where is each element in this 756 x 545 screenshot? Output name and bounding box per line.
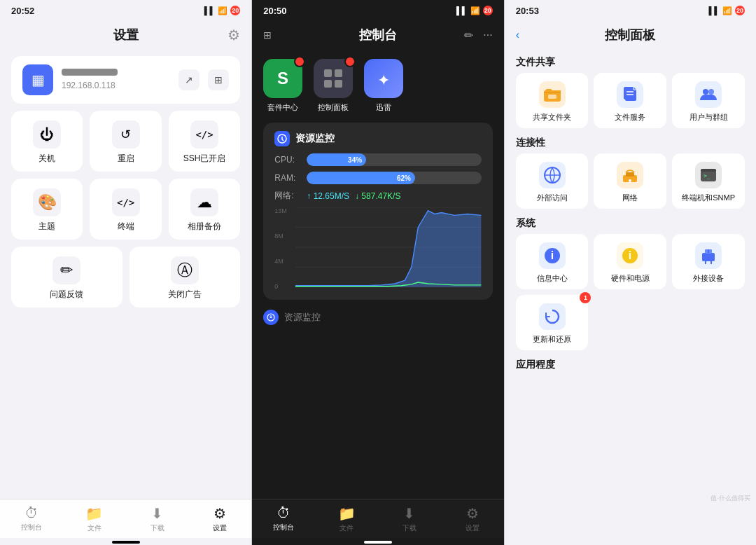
shutdown-item[interactable]: ⏻ 关机 xyxy=(11,111,83,172)
tab-dashboard-p1[interactable]: ⏱ 控制台 xyxy=(0,499,63,538)
close-ads-icon: Ⓐ xyxy=(171,256,199,284)
svg-rect-26 xyxy=(701,169,716,172)
dashboard-panel: 20:50 ▌▌ 📶 20 ⊞ 控制台 ✏ ··· S xyxy=(252,0,503,545)
close-ads-label: 关闭广告 xyxy=(168,289,202,301)
wifi-icon-p3: 📶 xyxy=(722,6,732,15)
tab-settings-p2[interactable]: ⚙ 设置 xyxy=(441,499,504,538)
title-p2: 控制台 xyxy=(359,27,397,43)
info-center-icon: i xyxy=(539,242,566,269)
apps-grid-icon[interactable]: ⊞ xyxy=(263,29,272,41)
control-panel-content: 文件共享 共享文件夹 文件服务 xyxy=(505,50,756,545)
external-device-item[interactable]: 外接设备 xyxy=(672,234,745,289)
terminal-snmp-icon: >_ xyxy=(695,162,722,188)
close-ads-item[interactable]: Ⓐ 关闭广告 xyxy=(130,247,241,308)
ram-label: RAM: xyxy=(274,173,301,183)
ssh-item[interactable]: </> SSH已开启 xyxy=(169,111,240,172)
svg-rect-4 xyxy=(335,80,342,88)
cpu-progress-text: 34% xyxy=(348,156,362,164)
ram-row: RAM: 62% xyxy=(274,172,481,184)
cpu-label: CPU: xyxy=(274,155,301,165)
thunder-icon-bg: ✦ xyxy=(364,59,403,98)
suite-center-badge xyxy=(294,56,305,67)
more-icon-p2[interactable]: ··· xyxy=(483,29,492,42)
chart-y-8m: 8M xyxy=(274,233,287,240)
file-service-item[interactable]: 文件服务 xyxy=(594,73,666,128)
suite-center-svg: S xyxy=(270,66,295,91)
tab-dashboard-p2[interactable]: ⏱ 控制台 xyxy=(252,499,315,538)
app-thunder[interactable]: ✦ 迅雷 xyxy=(364,59,403,113)
settings-tab-icon-p2: ⚙ xyxy=(466,505,479,522)
files-tab-icon-p2: 📁 xyxy=(338,505,356,522)
theme-item[interactable]: 🎨 主题 xyxy=(11,179,83,240)
app-suite-center[interactable]: S 套件中心 xyxy=(263,59,302,113)
home-indicator-p2 xyxy=(364,541,392,544)
empty-slot-2 xyxy=(672,295,745,350)
applications-section: 应用程度 xyxy=(516,359,745,375)
shared-folder-item[interactable]: 共享文件夹 xyxy=(516,73,589,128)
network-chart: 13M 8M 4M 0 xyxy=(274,207,481,291)
info-center-item[interactable]: i 信息中心 xyxy=(516,234,589,289)
feedback-item[interactable]: ✏ 问题反馈 xyxy=(11,247,122,308)
settings-tab-label-p1: 设置 xyxy=(213,523,227,533)
edit-icon-p2[interactable]: ✏ xyxy=(464,29,473,42)
svg-text:i: i xyxy=(629,249,631,261)
network-label: 网络 xyxy=(622,193,638,203)
network-item[interactable]: 网络 xyxy=(594,153,666,209)
grid-row-2: 🎨 主题 </> 终端 ☁ 相册备份 xyxy=(11,179,240,240)
header-p1: 设置 ⚙ xyxy=(0,20,251,50)
photo-backup-item[interactable]: ☁ 相册备份 xyxy=(169,179,240,240)
user-group-icon xyxy=(695,81,722,108)
status-bar-p1: 20:52 ▌▌ 📶 20 xyxy=(0,0,251,20)
ssh-label: SSH已开启 xyxy=(183,153,226,165)
applications-section-label: 应用程度 xyxy=(516,359,745,371)
resource-monitor-icon xyxy=(274,131,290,146)
file-share-grid: 共享文件夹 文件服务 用户与群组 xyxy=(516,73,745,128)
hardware-power-item[interactable]: i 硬件和电源 xyxy=(594,234,666,289)
resource-title-text: 资源监控 xyxy=(295,132,335,145)
dashboard-tab-icon-p1: ⏱ xyxy=(24,505,38,521)
tab-settings-p1[interactable]: ⚙ 设置 xyxy=(188,499,251,538)
tab-files-p1[interactable]: 📁 文件 xyxy=(63,499,126,538)
thunder-label: 迅雷 xyxy=(376,102,391,113)
tab-download-p1[interactable]: ⬇ 下载 xyxy=(126,499,189,538)
more-section-label: 资源监控 xyxy=(284,311,321,324)
title-p1: 设置 xyxy=(113,27,139,43)
back-btn-p3[interactable]: ‹ xyxy=(516,29,519,41)
device-icon: ▦ xyxy=(22,64,53,95)
watermark: 值·什么值得买 xyxy=(710,494,750,503)
export-btn[interactable]: ↗ xyxy=(178,69,200,90)
device-name-bar xyxy=(62,69,118,76)
dashboard-content: S 套件中心 xyxy=(252,50,503,499)
user-group-item[interactable]: 用户与群组 xyxy=(672,73,745,128)
terminal-snmp-item[interactable]: >_ 终端机和SNMP xyxy=(672,153,745,209)
external-access-label: 外部访问 xyxy=(537,193,568,203)
qr-btn[interactable]: ⊞ xyxy=(208,69,229,90)
dashboard-tab-icon-p2: ⏱ xyxy=(276,505,290,521)
tab-files-p2[interactable]: 📁 文件 xyxy=(315,499,378,538)
svg-text:S: S xyxy=(277,69,288,88)
signal-icon-p2: ▌▌ xyxy=(456,6,468,15)
control-panel-label: 控制面板 xyxy=(318,102,349,113)
ram-progress-fill: 62% xyxy=(307,172,415,184)
reboot-item[interactable]: ↺ 重启 xyxy=(90,111,161,172)
shared-folder-label: 共享文件夹 xyxy=(533,112,571,123)
file-service-icon xyxy=(617,81,643,108)
app-control-panel[interactable]: 控制面板 xyxy=(314,59,353,113)
gear-icon-p1[interactable]: ⚙ xyxy=(227,27,240,43)
thunder-svg: ✦ xyxy=(371,66,396,91)
chart-y-13m: 13M xyxy=(274,207,287,214)
download-tab-icon-p1: ⬇ xyxy=(151,505,163,522)
external-access-item[interactable]: 外部访问 xyxy=(516,153,589,209)
download-tab-label-p1: 下载 xyxy=(150,523,164,533)
update-restore-label: 更新和还原 xyxy=(533,334,571,345)
connectivity-section-label: 连接性 xyxy=(516,137,745,149)
system-grid-2: 更新和还原 1 xyxy=(516,295,745,350)
device-card[interactable]: ▦ 192.168.0.118 ↗ ⊞ xyxy=(11,56,240,104)
download-tab-label-p2: 下载 xyxy=(402,523,416,533)
file-service-label: 文件服务 xyxy=(615,112,645,123)
reboot-label: 重启 xyxy=(118,153,134,165)
download-tab-icon-p2: ⬇ xyxy=(403,505,415,522)
terminal-item[interactable]: </> 终端 xyxy=(90,179,161,240)
tab-download-p2[interactable]: ⬇ 下载 xyxy=(378,499,441,538)
update-restore-item[interactable]: 更新和还原 1 xyxy=(516,295,589,350)
